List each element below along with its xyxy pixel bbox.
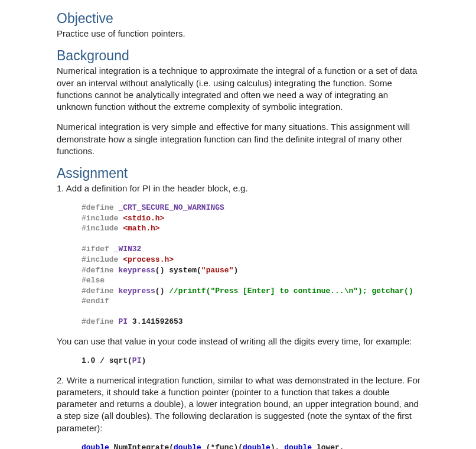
background-p1: Numerical integration is a technique to … [57, 65, 422, 113]
document-page: Objective Practice use of function point… [0, 0, 476, 449]
code-token: #define [81, 266, 114, 275]
assignment-step1: 1. Add a definition for PI in the header… [57, 183, 422, 194]
code-token: 1.0 [81, 356, 95, 365]
objective-heading: Objective [57, 11, 422, 27]
code-block-3: double NumIntegrate(double (*func)(doubl… [81, 443, 422, 449]
code-token: ), [270, 443, 284, 449]
code-token: <math.h> [118, 224, 159, 233]
code-token: //printf("Press [Enter] to continue...\n… [169, 287, 413, 295]
assignment-heading: Assignment [57, 165, 422, 181]
code-token: _WIN32 [109, 245, 142, 253]
code-token: keypress [114, 266, 155, 275]
background-heading: Background [57, 48, 422, 64]
code-token: #else [81, 276, 105, 285]
code-token: #include [81, 255, 118, 264]
code-token: "pause" [201, 266, 234, 275]
assignment-step2: 2. Write a numerical integration functio… [57, 375, 422, 434]
code-token: PI [114, 317, 132, 326]
code-token: _CRT_SECURE_NO_WARNINGS [114, 203, 224, 212]
code-token: ) [141, 356, 146, 365]
code-token: <stdio.h> [118, 214, 164, 223]
code-token: #include [81, 224, 118, 233]
code-token: #define [81, 203, 114, 212]
objective-text: Practice use of function pointers. [57, 28, 422, 40]
background-p2: Numerical integration is very simple and… [57, 121, 422, 157]
code-token: / sqrt( [95, 356, 132, 365]
code-token: <process.h> [118, 255, 174, 264]
code-token: 3.141592653 [132, 317, 183, 326]
code-token: ) [233, 266, 238, 275]
code-token: PI [132, 356, 142, 365]
code-token: #ifdef [81, 245, 109, 253]
code-token: #endif [81, 297, 109, 305]
code-token: double [243, 443, 270, 449]
code-token: lower, [312, 443, 344, 449]
assignment-transition: You can use that value in your code inst… [57, 336, 422, 347]
code-token: () system( [155, 266, 201, 275]
code-token: double [81, 443, 109, 449]
code-token: double [174, 443, 201, 449]
code-token: double [284, 443, 312, 449]
code-block-1: #define _CRT_SECURE_NO_WARNINGS #include… [81, 203, 422, 327]
code-token: () [155, 287, 169, 295]
code-token: #define [81, 317, 114, 326]
code-token: NumIntegrate( [109, 443, 174, 449]
code-token: #include [81, 214, 118, 223]
code-token: #define [81, 287, 114, 295]
code-block-2: 1.0 / sqrt(PI) [81, 356, 422, 366]
code-token: (*func)( [201, 443, 243, 449]
code-token: keypress [114, 287, 155, 295]
